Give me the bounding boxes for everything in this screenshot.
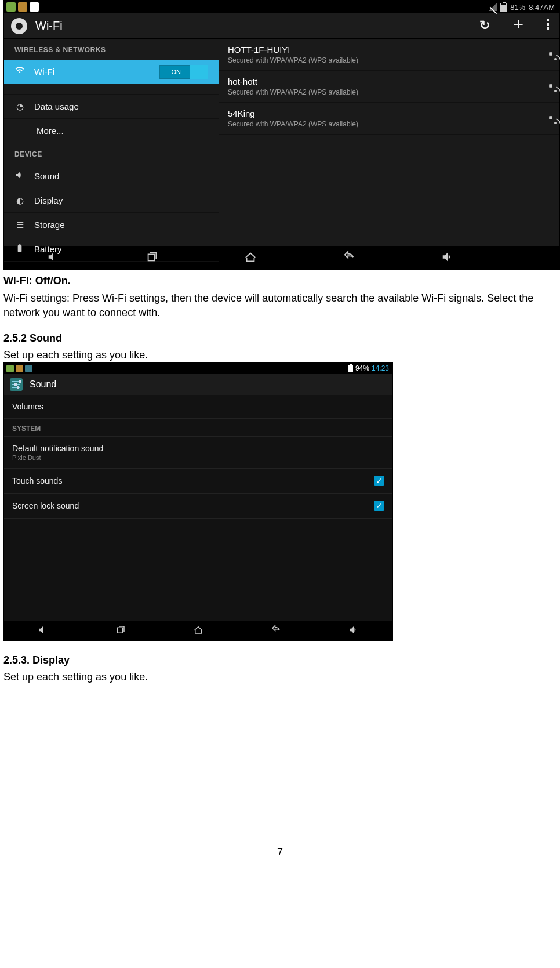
status-icon xyxy=(25,365,32,372)
sound-heading: 2.5.2 Sound xyxy=(3,332,557,345)
status-bar: 81% 8:47AM xyxy=(4,1,559,13)
speaker-icon xyxy=(14,171,25,182)
navigation-bar xyxy=(4,621,392,641)
nav-back-button[interactable] xyxy=(237,625,315,638)
wifi-network-row[interactable]: 54King Secured with WPA/WPA2 (WPS availa… xyxy=(219,103,559,135)
nav-recent-button[interactable] xyxy=(103,251,201,266)
nav-volume-down-button[interactable] xyxy=(4,251,103,266)
nav-volume-up-button[interactable] xyxy=(315,625,392,638)
sound-body: Set up each setting as you like. xyxy=(3,348,557,362)
svg-rect-0 xyxy=(148,254,155,260)
navigation-bar xyxy=(4,246,559,270)
display-body: Set up each setting as you like. xyxy=(3,670,557,684)
app-bar: Sound xyxy=(4,374,392,395)
appbar-title: Sound xyxy=(30,379,56,390)
checkbox-checked-icon[interactable]: ✓ xyxy=(374,501,384,511)
sound-settings-screenshot: 94% 14:23 Sound Volumes SYSTEM Default n… xyxy=(3,362,393,641)
wifi-network-row[interactable]: HOTT-1F-HUIYI Secured with WPA/WPA2 (WPS… xyxy=(219,39,559,71)
nav-home-button[interactable] xyxy=(159,625,237,638)
sidebar-item-data-usage[interactable]: ◔ Data usage xyxy=(4,95,219,119)
settings-sidebar: WIRELESS & NETWORKS Wi-Fi ON ◔ Data usag… xyxy=(4,39,219,246)
sound-settings-icon[interactable] xyxy=(10,378,23,391)
battery-text: 81% xyxy=(510,3,525,12)
sidebar-item-wifi[interactable]: Wi-Fi ON xyxy=(4,60,219,84)
storage-icon: ☰ xyxy=(14,220,25,230)
row-screen-lock-sound[interactable]: Screen lock sound ✓ xyxy=(4,494,392,519)
battery-text: 94% xyxy=(355,364,369,372)
status-icon xyxy=(6,2,16,12)
wifi-heading: Wi-Fi: Off/On. xyxy=(3,274,557,288)
nav-volume-down-button[interactable] xyxy=(4,625,82,638)
add-network-icon[interactable] xyxy=(513,18,523,34)
settings-gear-icon[interactable] xyxy=(11,18,27,34)
wifi-toggle[interactable]: ON xyxy=(159,65,208,79)
sidebar-item-label: Data usage xyxy=(34,101,79,111)
status-icon xyxy=(30,2,39,12)
wifi-body: Wi-Fi settings: Press Wi-Fi settings, th… xyxy=(3,291,557,320)
sidebar-header-wireless: WIRELESS & NETWORKS xyxy=(4,39,219,60)
refresh-icon[interactable] xyxy=(479,18,490,34)
appbar-title: Wi-Fi xyxy=(35,19,63,32)
page-number: 7 xyxy=(3,846,557,858)
checkbox-checked-icon[interactable]: ✓ xyxy=(374,476,384,486)
wifi-network-sub: Secured with WPA/WPA2 (WPS available) xyxy=(228,120,550,128)
sidebar-item-more[interactable]: More... xyxy=(4,119,219,143)
sidebar-item-sound[interactable]: Sound xyxy=(4,164,219,188)
battery-icon xyxy=(500,3,507,12)
brightness-icon: ◐ xyxy=(14,195,25,206)
row-touch-sounds[interactable]: Touch sounds ✓ xyxy=(4,469,392,494)
row-system-header: SYSTEM xyxy=(4,419,392,437)
row-default-notification[interactable]: Default notification sound Pixie Dust xyxy=(4,437,392,469)
wifi-network-name: hot-hott xyxy=(228,77,550,86)
no-signal-icon xyxy=(489,3,497,11)
sidebar-item-label: Wi-Fi xyxy=(34,67,54,77)
sidebar-item-display[interactable]: ◐ Display xyxy=(4,188,219,213)
status-bar: 94% 14:23 xyxy=(4,362,392,374)
wifi-network-list: HOTT-1F-HUIYI Secured with WPA/WPA2 (WPS… xyxy=(219,39,559,246)
wifi-network-name: 54King xyxy=(228,108,550,118)
nav-back-button[interactable] xyxy=(300,251,398,266)
status-icon xyxy=(6,365,14,372)
status-icon xyxy=(16,365,23,372)
status-icon xyxy=(18,2,27,12)
row-volumes[interactable]: Volumes xyxy=(4,395,392,419)
battery-icon xyxy=(348,365,353,372)
nav-recent-button[interactable] xyxy=(82,625,159,638)
wifi-settings-screenshot: 81% 8:47AM Wi-Fi WIRELESS & NETWORKS Wi-… xyxy=(3,0,560,270)
clock-text: 14:23 xyxy=(372,364,389,372)
sidebar-header-device: DEVICE xyxy=(4,143,219,164)
sidebar-item-label: More... xyxy=(37,126,64,136)
clock-text: 8:47AM xyxy=(529,3,555,12)
wifi-network-name: HOTT-1F-HUIYI xyxy=(228,45,550,55)
wifi-network-sub: Secured with WPA/WPA2 (WPS available) xyxy=(228,88,550,96)
data-usage-icon: ◔ xyxy=(14,101,25,112)
wifi-network-sub: Secured with WPA/WPA2 (WPS available) xyxy=(228,56,550,64)
sidebar-item-label: Sound xyxy=(34,171,59,181)
sidebar-item-storage[interactable]: ☰ Storage xyxy=(4,213,219,237)
wifi-icon xyxy=(14,66,25,77)
sidebar-item-label: Display xyxy=(34,195,63,205)
nav-home-button[interactable] xyxy=(201,251,300,266)
display-heading: 2.5.3. Display xyxy=(3,654,557,666)
sidebar-item-label: Storage xyxy=(34,220,65,230)
overflow-menu-icon[interactable] xyxy=(547,18,549,34)
app-bar: Wi-Fi xyxy=(4,13,559,39)
svg-rect-1 xyxy=(118,628,123,633)
wifi-network-row[interactable]: hot-hott Secured with WPA/WPA2 (WPS avai… xyxy=(219,71,559,103)
nav-volume-up-button[interactable] xyxy=(398,251,497,266)
